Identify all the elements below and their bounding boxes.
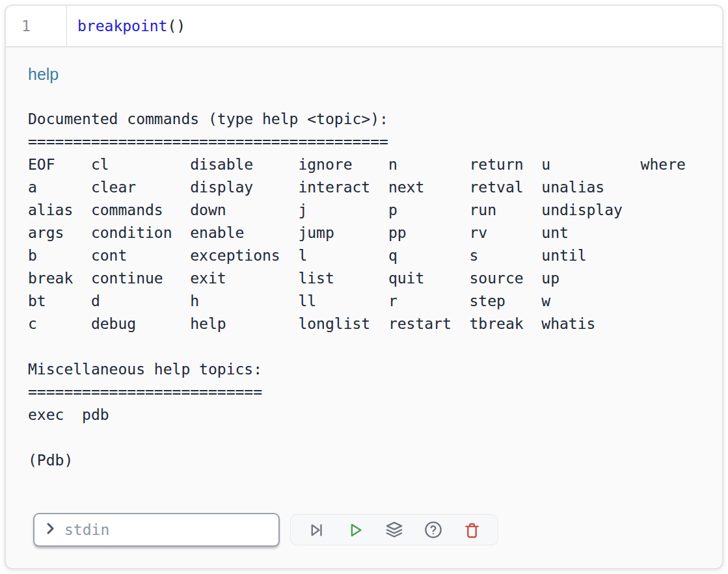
stdin-input-wrapper[interactable]: [33, 513, 280, 547]
chevron-right-icon: [42, 521, 58, 539]
trash-icon: [463, 521, 481, 539]
help-circle-icon: [424, 521, 442, 539]
help-button[interactable]: [422, 519, 444, 541]
run-button[interactable]: [344, 519, 366, 541]
pdb-help-output: Documented commands (type help <topic>):…: [28, 85, 722, 472]
clear-output-button[interactable]: [461, 519, 483, 541]
layers-button[interactable]: [383, 519, 405, 541]
code-editor[interactable]: 1 breakpoint(): [6, 6, 722, 47]
terminal-footer: [33, 513, 498, 547]
code-token-punctuation: (): [167, 18, 185, 34]
skip-forward-icon: [308, 521, 325, 539]
terminal-output-area: help Documented commands (type help <top…: [6, 47, 722, 472]
line-number: 1: [6, 6, 67, 46]
layers-icon: [385, 521, 403, 539]
skip-forward-button[interactable]: [306, 519, 328, 541]
stdin-input[interactable]: [64, 521, 271, 538]
stdin-echo: help: [28, 63, 722, 85]
play-icon: [347, 521, 364, 539]
code-token-builtin: breakpoint: [77, 18, 167, 34]
terminal-toolbar: [290, 514, 498, 545]
code-line[interactable]: breakpoint(): [67, 18, 185, 34]
ide-panel: 1 breakpoint() help Documented commands …: [5, 5, 723, 569]
